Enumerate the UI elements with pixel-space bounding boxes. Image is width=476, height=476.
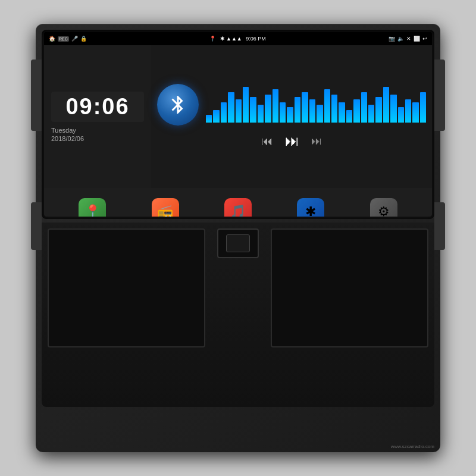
lower-mounting-panel xyxy=(42,223,434,407)
app-item-radio[interactable]: 📻Radio xyxy=(142,198,189,217)
eq-bar xyxy=(324,89,330,123)
close-icon[interactable]: ✕ xyxy=(406,36,411,42)
main-content: 09:06 Tuesday 2018/02/06 xyxy=(44,45,432,188)
nav-app-icon: 📍 xyxy=(79,198,106,217)
screen: 🏠 REC 🎤 🔒 📍 ✱ ▲▲▲ 9:06 PM 📷 🔈 ✕ ⬜ ↩ xyxy=(44,32,432,217)
volume-icon[interactable]: 🔈 xyxy=(397,36,404,42)
eq-bar xyxy=(273,89,278,123)
bracket-right2 xyxy=(434,202,445,250)
eq-bar xyxy=(287,107,293,123)
eq-bar xyxy=(412,102,418,123)
eq-bar xyxy=(361,92,367,123)
screen-bezel: 🏠 REC 🎤 🔒 📍 ✱ ▲▲▲ 9:06 PM 📷 🔈 ✕ ⬜ ↩ xyxy=(42,30,434,219)
lower-center-connector xyxy=(211,228,265,347)
eq-bar xyxy=(390,95,396,123)
eq-bar xyxy=(368,105,374,123)
eq-bar xyxy=(295,97,300,123)
eq-bar xyxy=(353,99,359,123)
app-grid: 📍Navigation📻Radio🎵Music✱Bluetooth⚙Settin… xyxy=(44,188,432,217)
eq-bar xyxy=(250,97,256,123)
bluetooth-status-icon: ✱ xyxy=(220,36,225,42)
eq-bar xyxy=(398,107,404,123)
connector-inner xyxy=(226,234,250,252)
status-right: 📷 🔈 ✕ ⬜ ↩ xyxy=(389,36,427,42)
eq-bar xyxy=(309,99,315,123)
signal-icon: ▲▲▲ xyxy=(226,36,242,42)
eq-bar xyxy=(405,99,411,123)
eq-bar xyxy=(265,95,271,123)
eq-bar xyxy=(228,92,234,123)
app-item-music[interactable]: 🎵Music xyxy=(214,198,262,217)
clock-day: Tuesday xyxy=(51,127,144,134)
bracket-right xyxy=(434,60,445,131)
next-button[interactable]: ⏭ xyxy=(311,135,322,148)
lower-slot-left xyxy=(48,228,205,347)
app-item-settings[interactable]: ⚙Settings xyxy=(360,198,408,217)
eq-bar xyxy=(339,102,345,123)
music-controls: ⏮ ⏭ ⏭ xyxy=(261,133,322,149)
lower-slot-right xyxy=(271,228,428,347)
lock-icon: 🔒 xyxy=(80,36,87,42)
camera-icon[interactable]: 📷 xyxy=(389,36,395,42)
status-left: 🏠 REC 🎤 🔒 xyxy=(49,36,87,42)
radio-app-icon: 📻 xyxy=(152,198,179,217)
bluetooth-logo-icon xyxy=(167,94,189,115)
app-item-bluetooth[interactable]: ✱Bluetooth xyxy=(287,198,334,217)
eq-bar xyxy=(375,97,381,123)
music-top xyxy=(157,84,426,126)
play-pause-button[interactable]: ⏭ xyxy=(285,133,299,149)
bracket-left2 xyxy=(31,202,42,250)
lower-top-row xyxy=(42,228,434,347)
home-icon[interactable]: 🏠 xyxy=(49,36,55,42)
bracket-left xyxy=(31,60,42,131)
eq-bar xyxy=(236,99,242,123)
watermark: www.szcarradio.com xyxy=(391,444,434,449)
eq-bar xyxy=(221,102,227,123)
eq-bar xyxy=(317,105,322,123)
eq-bar xyxy=(420,92,426,123)
connector-slot xyxy=(217,228,259,258)
music-panel: ⏮ ⏭ ⏭ xyxy=(151,45,432,188)
rec-badge: REC xyxy=(58,36,69,42)
eq-bar xyxy=(302,92,308,123)
eq-bar xyxy=(213,110,219,123)
clock-display: 09:06 xyxy=(51,92,144,122)
eq-bar xyxy=(280,102,286,123)
eq-bars xyxy=(206,87,426,123)
car-radio-unit: 🏠 REC 🎤 🔒 📍 ✱ ▲▲▲ 9:06 PM 📷 🔈 ✕ ⬜ ↩ xyxy=(36,24,440,452)
back-arrow-icon[interactable]: ↩ xyxy=(422,36,427,42)
eq-bar xyxy=(206,115,212,123)
eq-bar xyxy=(331,95,337,123)
clock-date: 2018/02/06 xyxy=(51,135,144,142)
mic-icon: 🎤 xyxy=(71,36,78,42)
app-item-navigation[interactable]: 📍Navigation xyxy=(68,198,116,217)
prev-button[interactable]: ⏮ xyxy=(261,134,273,148)
equalizer xyxy=(206,87,426,123)
music-app-icon: 🎵 xyxy=(224,198,252,217)
eq-bar xyxy=(346,110,352,123)
bluetooth-circle xyxy=(157,84,199,126)
status-bar: 🏠 REC 🎤 🔒 📍 ✱ ▲▲▲ 9:06 PM 📷 🔈 ✕ ⬜ ↩ xyxy=(44,32,432,45)
eq-bar xyxy=(243,87,249,123)
eq-bar xyxy=(258,105,264,123)
gps-icon: 📍 xyxy=(209,36,216,42)
clock-panel: 09:06 Tuesday 2018/02/06 xyxy=(44,45,151,188)
eq-bar xyxy=(383,87,389,123)
status-time: 📍 ✱ ▲▲▲ 9:06 PM xyxy=(209,36,266,42)
bt-app-icon: ✱ xyxy=(297,198,324,217)
window-icon[interactable]: ⬜ xyxy=(414,36,420,42)
settings-app-icon: ⚙ xyxy=(370,198,397,217)
